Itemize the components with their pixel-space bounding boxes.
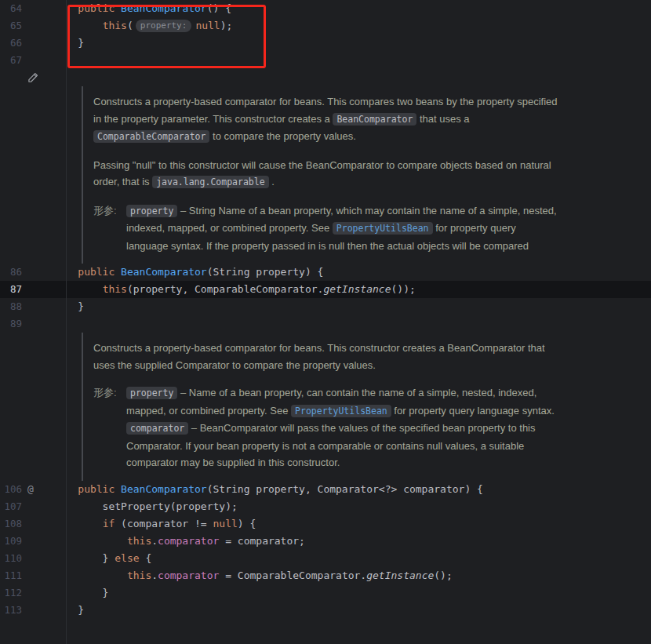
code-text[interactable]: if (comparator != null) { xyxy=(53,515,651,533)
code-text[interactable]: } xyxy=(53,35,651,52)
doc-edit-row xyxy=(0,69,651,86)
line-number-empty xyxy=(0,72,22,83)
code-text[interactable]: } else { xyxy=(53,550,651,567)
gutter: 88 xyxy=(0,298,53,315)
line-number[interactable]: 66 xyxy=(0,35,22,52)
doc-paragraph: Passing "null" to this constructor will … xyxy=(93,157,560,191)
gutter: 66 xyxy=(0,35,53,52)
code-token: = comparator; xyxy=(219,535,305,547)
params-entries: property – Name of a bean property, can … xyxy=(126,384,560,471)
line-number[interactable]: 106 xyxy=(0,481,22,498)
code-line-110[interactable]: 110 } else { xyxy=(0,550,651,567)
code-line-109[interactable]: 109 this.comparator = comparator; xyxy=(0,533,651,550)
code-text[interactable]: public BeanComparator() { xyxy=(53,0,651,17)
gutter: 112 xyxy=(0,584,53,602)
line-number[interactable]: 65 xyxy=(0,17,22,35)
rendered-javadoc-block-1: Constructs a property-based comparator f… xyxy=(82,86,560,264)
code-line-86[interactable]: 86 public BeanComparator(String property… xyxy=(0,264,651,281)
code-line-64[interactable]: 64 public BeanComparator() { xyxy=(0,0,651,17)
line-number[interactable]: 110 xyxy=(0,550,22,567)
code-text[interactable]: setProperty(property); xyxy=(53,498,651,515)
line-number[interactable]: 109 xyxy=(0,533,22,550)
code-text[interactable]: public BeanComparator(String property, C… xyxy=(53,481,651,498)
gutter: 107 xyxy=(0,498,53,515)
line-number[interactable]: 107 xyxy=(0,498,22,515)
inline-code-chip: java.lang.Comparable xyxy=(152,176,268,188)
line-number[interactable]: 112 xyxy=(0,584,22,602)
gutter xyxy=(0,72,53,83)
code-line-106[interactable]: 106@ public BeanComparator(String proper… xyxy=(0,481,651,498)
gutter: 106@ xyxy=(0,481,53,498)
pencil-icon[interactable] xyxy=(22,72,59,83)
line-number[interactable]: 67 xyxy=(0,52,22,69)
code-line-108[interactable]: 108 if (comparator != null) { xyxy=(0,515,651,533)
param-entry: comparator – BeanComparator will pass th… xyxy=(126,420,560,471)
line-number[interactable]: 64 xyxy=(0,0,22,17)
code-token: else xyxy=(115,552,139,564)
code-token: getInstance xyxy=(366,569,434,581)
code-editor[interactable]: 64 public BeanComparator() {65 this(prop… xyxy=(0,0,651,644)
code-token: (String property, Comparator<?> comparat… xyxy=(207,483,483,495)
code-token: if xyxy=(103,518,115,529)
code-text[interactable]: this(property:null); xyxy=(53,17,651,35)
code-line-89[interactable]: 89 xyxy=(0,315,651,333)
code-line-88[interactable]: 88 } xyxy=(0,298,651,315)
code-text[interactable]: this.comparator = ComparableComparator.g… xyxy=(53,567,651,584)
inline-code-chip: comparator xyxy=(126,422,188,435)
code-token: comparator xyxy=(158,535,219,547)
code-token xyxy=(53,569,127,581)
code-token: BeanComparator xyxy=(121,483,207,495)
code-text[interactable]: } xyxy=(53,298,651,315)
code-line-66[interactable]: 66 } xyxy=(0,35,651,52)
code-line-107[interactable]: 107 setProperty(property); xyxy=(0,498,651,515)
code-token xyxy=(53,518,103,529)
rendered-javadoc-block-2: Constructs a property-based comparator f… xyxy=(82,333,560,481)
code-token: null xyxy=(195,20,220,31)
code-line-113[interactable]: 113 } xyxy=(0,602,651,619)
code-text[interactable] xyxy=(53,315,651,333)
code-line-65[interactable]: 65 this(property:null); xyxy=(0,17,651,35)
code-text[interactable]: } xyxy=(53,584,651,602)
params-label: 形参: xyxy=(93,202,126,255)
line-number[interactable]: 113 xyxy=(0,602,22,619)
doc-text: . xyxy=(269,176,275,187)
code-token: BeanComparator xyxy=(121,266,207,278)
code-line-111[interactable]: 111 this.comparator = ComparableComparat… xyxy=(0,567,651,584)
code-line-67[interactable]: 67 xyxy=(0,52,651,69)
code-token: public xyxy=(78,483,121,495)
code-token: comparator xyxy=(158,569,219,581)
code-block-constructor-noargs: 64 public BeanComparator() {65 this(prop… xyxy=(0,0,651,69)
inline-code-chip: BeanComparator xyxy=(333,113,416,126)
code-token xyxy=(53,20,103,31)
code-text[interactable]: public BeanComparator(String property) { xyxy=(53,264,651,281)
doc-text: Constructs a property-based comparator f… xyxy=(93,342,545,371)
gutter: 108 xyxy=(0,515,53,533)
class-link[interactable]: PropertyUtilsBean xyxy=(291,405,391,417)
line-number[interactable]: 86 xyxy=(0,264,22,281)
line-number[interactable]: 87 xyxy=(0,281,22,298)
code-token: this xyxy=(127,569,151,581)
code-text[interactable] xyxy=(53,52,651,69)
code-text[interactable]: } xyxy=(53,602,651,619)
line-number[interactable]: 108 xyxy=(0,515,22,533)
inline-code-chip: property xyxy=(126,387,177,399)
code-token: this xyxy=(127,535,151,547)
code-token: public xyxy=(78,266,121,278)
code-text[interactable]: this(property, ComparableComparator.getI… xyxy=(53,281,651,298)
code-token: (); xyxy=(434,569,452,581)
class-link[interactable]: PropertyUtilsBean xyxy=(333,222,433,235)
code-line-87[interactable]: 87 this(property, ComparableComparator.g… xyxy=(0,281,651,298)
line-number[interactable]: 88 xyxy=(0,298,22,315)
code-token: (String property) { xyxy=(207,266,324,278)
code-token: } xyxy=(53,552,115,564)
line-number[interactable]: 111 xyxy=(0,567,22,584)
param-entry: property – String Name of a bean propert… xyxy=(126,202,560,255)
code-token: public xyxy=(78,2,121,14)
parameter-name-hint: property: xyxy=(136,20,192,32)
gutter-separator-line xyxy=(66,0,67,644)
line-number[interactable]: 89 xyxy=(0,315,22,333)
gutter: 67 xyxy=(0,52,53,69)
code-line-112[interactable]: 112 } xyxy=(0,584,651,602)
code-text[interactable]: this.comparator = comparator; xyxy=(53,533,651,550)
doc-paragraph: Constructs a property-based comparator f… xyxy=(93,340,560,373)
